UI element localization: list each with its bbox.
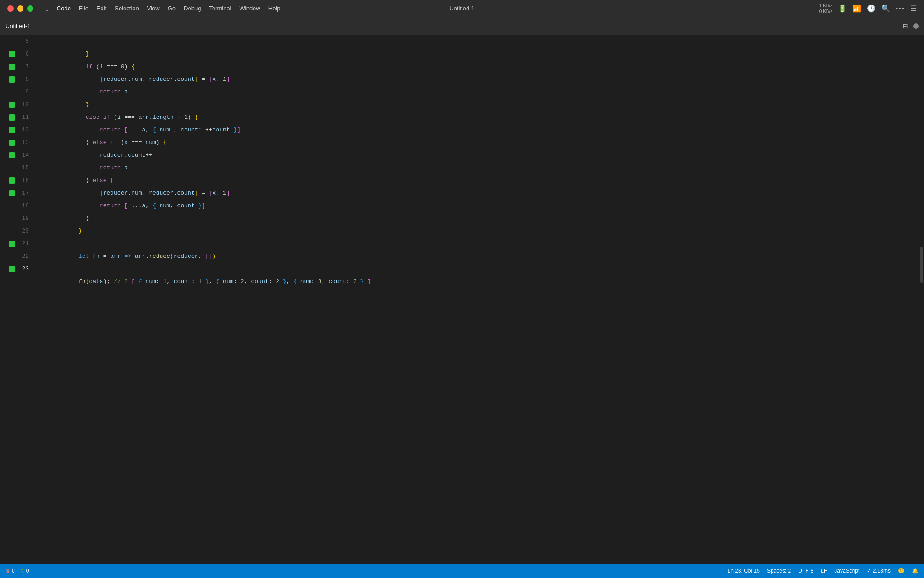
menu-bar:  Code File Edit Selection View Go Debug… bbox=[46, 5, 281, 13]
code-9: } bbox=[36, 86, 924, 98]
bp-11 bbox=[9, 114, 15, 121]
encoding[interactable]: UTF-8 bbox=[798, 568, 813, 574]
code-18: } bbox=[36, 200, 924, 212]
gutter-6: 6 bbox=[0, 48, 36, 61]
split-editor-icon[interactable]: ⊟ bbox=[903, 21, 908, 31]
menu-window[interactable]: Window bbox=[240, 5, 260, 12]
ln-19: 19 bbox=[18, 212, 29, 225]
spaces-setting[interactable]: Spaces: 2 bbox=[767, 568, 791, 574]
dot-menu-icon[interactable] bbox=[913, 23, 919, 29]
bp-7 bbox=[9, 64, 15, 70]
line-20: 20 bbox=[0, 225, 924, 238]
apple-menu[interactable]:  bbox=[46, 5, 49, 13]
ln-6: 6 bbox=[18, 48, 29, 61]
gutter-13: 13 bbox=[0, 136, 36, 149]
line-21: 21 let fn = arr => arr.reduce(reducer, [… bbox=[0, 238, 924, 250]
menu-terminal[interactable]: Terminal bbox=[209, 5, 231, 12]
bp-19 bbox=[9, 215, 15, 222]
editor-area: 5 } 6 if (i === 0) { 7 [ bbox=[0, 35, 924, 564]
bp-16 bbox=[9, 177, 15, 184]
ln-11: 11 bbox=[18, 111, 29, 124]
ln-7: 7 bbox=[18, 61, 29, 73]
ln-23: 23 bbox=[18, 263, 29, 275]
line-22: 22 bbox=[0, 250, 924, 263]
code-17: return [ ...a, { num, count }] bbox=[36, 187, 924, 200]
line-9: 9 } bbox=[0, 86, 924, 98]
line-5: 5 } bbox=[0, 35, 924, 48]
line-6: 6 if (i === 0) { bbox=[0, 48, 924, 61]
timing: ✓ 2.18ms bbox=[867, 568, 891, 574]
ln-20: 20 bbox=[18, 225, 29, 238]
bp-12 bbox=[9, 127, 15, 133]
menu-file[interactable]: File bbox=[79, 5, 88, 12]
code-14: return a bbox=[36, 149, 924, 162]
bp-20 bbox=[9, 228, 15, 234]
language-mode[interactable]: JavaScript bbox=[834, 568, 859, 574]
bp-23 bbox=[9, 266, 15, 272]
gutter-16: 16 bbox=[0, 174, 36, 187]
menu-code[interactable]: Code bbox=[57, 5, 71, 12]
bp-18 bbox=[9, 203, 15, 209]
ln-22: 22 bbox=[18, 250, 29, 263]
titlebar-right: 1 KB/s 0 KB/s 🔋 📶 🕐 🔍 ••• ☰ bbox=[819, 3, 917, 14]
eol-setting[interactable]: LF bbox=[821, 568, 827, 574]
warning-number: 0 bbox=[26, 568, 29, 574]
scrollbar-thumb[interactable] bbox=[920, 247, 923, 283]
scrollbar[interactable] bbox=[919, 35, 924, 564]
bp-6 bbox=[9, 51, 15, 57]
bp-15 bbox=[9, 165, 15, 171]
bp-9 bbox=[9, 89, 15, 95]
editor-tab[interactable]: Untitled-1 bbox=[5, 23, 31, 29]
ln-13: 13 bbox=[18, 136, 29, 149]
ln-21: 21 bbox=[18, 238, 29, 250]
menu-help[interactable]: Help bbox=[268, 5, 281, 12]
warning-icon: △ bbox=[20, 568, 24, 574]
bp-10 bbox=[9, 102, 15, 108]
error-icon: ⊗ bbox=[5, 568, 10, 574]
code-15: } else { bbox=[36, 162, 924, 174]
clock-icon: 🕐 bbox=[867, 4, 876, 13]
line-19: 19 } bbox=[0, 212, 924, 225]
menu-selection[interactable]: Selection bbox=[115, 5, 139, 12]
ln-5: 5 bbox=[18, 35, 29, 48]
close-button[interactable] bbox=[7, 5, 14, 12]
smiley-icon[interactable]: 🙂 bbox=[898, 568, 905, 574]
menu-debug[interactable]: Debug bbox=[184, 5, 201, 12]
wifi-icon: 📶 bbox=[852, 4, 861, 13]
ln-17: 17 bbox=[18, 187, 29, 200]
line-15: 15 } else { bbox=[0, 162, 924, 174]
code-10: else if (i === arr.length - 1) { bbox=[36, 98, 924, 111]
titlebar:  Code File Edit Selection View Go Debug… bbox=[0, 0, 924, 17]
window-title: Untitled-1 bbox=[449, 5, 475, 12]
gutter-18: 18 bbox=[0, 200, 36, 212]
code-5: } bbox=[36, 35, 924, 48]
code-20 bbox=[36, 225, 924, 238]
network-stats: 1 KB/s 0 KB/s bbox=[819, 3, 832, 14]
bp-21 bbox=[9, 241, 15, 247]
ln-16: 16 bbox=[18, 174, 29, 187]
warning-count[interactable]: △ 0 bbox=[20, 568, 29, 574]
line-11: 11 return [ ...a, { num , count: ++count… bbox=[0, 111, 924, 124]
menu-go[interactable]: Go bbox=[168, 5, 176, 12]
spotlight-icon: 🔍 bbox=[881, 4, 890, 13]
bp-14 bbox=[9, 152, 15, 158]
bell-icon[interactable]: 🔔 bbox=[912, 568, 919, 574]
ln-15: 15 bbox=[18, 162, 29, 174]
ln-14: 14 bbox=[18, 149, 29, 162]
line-7: 7 [reducer.num, reducer.count] = [x, 1] bbox=[0, 61, 924, 73]
code-13: reducer.count++ bbox=[36, 136, 924, 149]
gutter-19: 19 bbox=[0, 212, 36, 225]
error-count[interactable]: ⊗ 0 bbox=[5, 568, 15, 574]
minimize-button[interactable] bbox=[17, 5, 23, 12]
more-icon: ••• bbox=[896, 5, 905, 12]
code-16: [reducer.num, reducer.count] = [x, 1] bbox=[36, 174, 924, 187]
maximize-button[interactable] bbox=[27, 5, 33, 12]
code-content[interactable]: 5 } 6 if (i === 0) { 7 [ bbox=[0, 35, 924, 564]
gutter-11: 11 bbox=[0, 111, 36, 124]
menu-edit[interactable]: Edit bbox=[97, 5, 106, 12]
cursor-position[interactable]: Ln 23, Col 15 bbox=[728, 568, 760, 574]
ln-12: 12 bbox=[18, 124, 29, 136]
menu-view[interactable]: View bbox=[147, 5, 160, 12]
battery-icon: 🔋 bbox=[838, 4, 847, 13]
gutter-14: 14 bbox=[0, 149, 36, 162]
